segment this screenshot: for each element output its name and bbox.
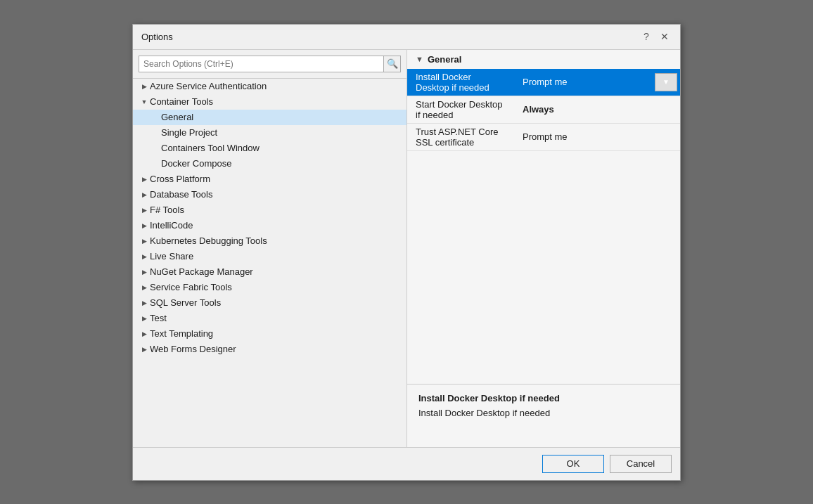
expander-icon: ▶	[139, 222, 150, 229]
options-row-trust-cert[interactable]: Trust ASP.NET Core SSL certificatePrompt…	[407, 123, 680, 150]
expander-icon: ▼	[139, 98, 150, 105]
tree-item-docker-compose[interactable]: Docker Compose	[133, 156, 406, 172]
expander-icon: ▶	[139, 315, 150, 322]
section-title: General	[428, 54, 461, 65]
tree-item-containers-tool-window[interactable]: Containers Tool Window	[133, 141, 406, 156]
tree-item-kubernetes-debugging[interactable]: ▶Kubernetes Debugging Tools	[133, 233, 406, 249]
search-bar: 🔍	[133, 50, 406, 79]
tree-item-label: Web Forms Designer	[150, 344, 404, 354]
tree-item-label: Docker Compose	[161, 158, 404, 169]
search-icon[interactable]: 🔍	[384, 56, 401, 72]
dialog-body: 🔍 ▶Azure Service Authentication▼Containe…	[133, 50, 680, 447]
tree-item-test[interactable]: ▶Test	[133, 311, 406, 326]
tree-item-general[interactable]: General	[133, 110, 406, 125]
left-panel: 🔍 ▶Azure Service Authentication▼Containe…	[133, 50, 407, 447]
tree-item-label: IntelliCode	[150, 220, 404, 231]
expander-icon: ▶	[139, 253, 150, 260]
title-bar: Options ? ✕	[133, 25, 680, 50]
expander-icon: ▶	[139, 269, 150, 276]
tree-item-label: Container Tools	[150, 96, 404, 107]
tree-item-sql-server-tools[interactable]: ▶SQL Server Tools	[133, 295, 406, 311]
close-button[interactable]: ✕	[658, 30, 672, 44]
tree-item-label: NuGet Package Manager	[150, 266, 404, 277]
ok-button[interactable]: OK	[542, 455, 604, 473]
tree-item-text-templating[interactable]: ▶Text Templating	[133, 326, 406, 342]
dialog-footer: OK Cancel	[133, 447, 680, 480]
option-label: Start Docker Desktop if needed	[407, 96, 514, 123]
expander-icon: ▶	[139, 284, 150, 291]
tree-item-intellicode[interactable]: ▶IntelliCode	[133, 218, 406, 233]
option-value: Prompt me	[514, 69, 655, 96]
tree-item-label: Azure Service Authentication	[150, 81, 404, 91]
expander-icon: ▶	[139, 176, 150, 183]
tree-item-single-project[interactable]: Single Project	[133, 125, 406, 141]
tree-item-container-tools[interactable]: ▼Container Tools	[133, 94, 406, 110]
option-label: Install Docker Desktop if needed	[407, 69, 514, 96]
dropdown-button[interactable]: ▼	[655, 73, 677, 91]
option-value: Prompt me	[514, 123, 655, 150]
tree-item-label: Database Tools	[150, 189, 404, 200]
expander-icon: ▶	[139, 191, 150, 198]
tree-item-label: Containers Tool Window	[161, 143, 404, 153]
option-value: Always	[514, 96, 655, 123]
options-dialog: Options ? ✕ 🔍 ▶Azure Service Authenticat…	[132, 24, 681, 481]
options-table: Install Docker Desktop if neededPrompt m…	[407, 69, 680, 151]
expander-icon: ▶	[139, 83, 150, 90]
tree-item-label: Kubernetes Debugging Tools	[150, 235, 404, 246]
tree-item-azure-service-auth[interactable]: ▶Azure Service Authentication	[133, 79, 406, 94]
tree-item-nuget-package-manager[interactable]: ▶NuGet Package Manager	[133, 264, 406, 280]
section-chevron: ▼	[416, 55, 423, 63]
tree-item-database-tools[interactable]: ▶Database Tools	[133, 187, 406, 202]
tree-item-fsharp-tools[interactable]: ▶F# Tools	[133, 202, 406, 218]
option-label: Trust ASP.NET Core SSL certificate	[407, 123, 514, 150]
tree-item-label: Service Fabric Tools	[150, 282, 404, 292]
options-row-start-docker[interactable]: Start Docker Desktop if neededAlways	[407, 96, 680, 123]
help-button[interactable]: ?	[639, 30, 653, 44]
dialog-title: Options	[141, 32, 173, 42]
tree-item-label: F# Tools	[150, 205, 404, 215]
expander-icon: ▶	[139, 299, 150, 306]
expander-icon: ▶	[139, 238, 150, 245]
tree-item-label: Single Project	[161, 127, 404, 138]
tree-item-label: Cross Platform	[150, 174, 404, 184]
expander-icon: ▶	[139, 346, 150, 353]
cancel-button[interactable]: Cancel	[610, 455, 672, 473]
expander-icon: ▶	[139, 330, 150, 337]
tree-item-label: Text Templating	[150, 328, 404, 339]
tree-item-label: SQL Server Tools	[150, 297, 404, 308]
dropdown-cell: ▼	[655, 69, 680, 96]
right-panel: ▼ General Install Docker Desktop if need…	[407, 50, 680, 447]
tree-item-cross-platform[interactable]: ▶Cross Platform	[133, 172, 406, 187]
description-title: Install Docker Desktop if needed	[418, 393, 669, 403]
tree-item-web-forms-designer[interactable]: ▶Web Forms Designer	[133, 342, 406, 357]
section-header: ▼ General	[407, 50, 680, 69]
tree-item-label: Test	[150, 313, 404, 323]
title-buttons: ? ✕	[639, 30, 672, 44]
description-text: Install Docker Desktop if needed	[418, 408, 669, 418]
tree-item-label: Live Share	[150, 251, 404, 261]
search-input[interactable]	[139, 56, 384, 72]
options-row-install-docker[interactable]: Install Docker Desktop if neededPrompt m…	[407, 69, 680, 96]
expander-icon: ▶	[139, 207, 150, 214]
tree-item-live-share[interactable]: ▶Live Share	[133, 249, 406, 264]
tree-item-label: General	[161, 112, 404, 122]
tree-item-service-fabric-tools[interactable]: ▶Service Fabric Tools	[133, 280, 406, 295]
right-top: ▼ General Install Docker Desktop if need…	[407, 50, 680, 384]
description-panel: Install Docker Desktop if needed Install…	[407, 384, 680, 447]
tree-container[interactable]: ▶Azure Service Authentication▼Container …	[133, 79, 406, 447]
